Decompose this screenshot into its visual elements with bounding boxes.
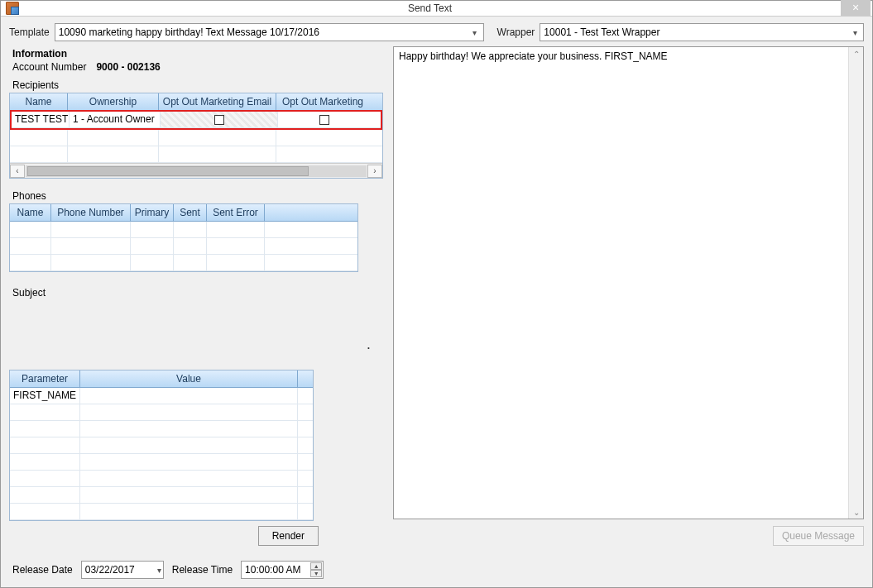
message-textarea[interactable]: Happy birthday! We appreciate your busin… xyxy=(393,46,864,519)
recipients-grid[interactable]: Name Ownership Opt Out Marketing Email O… xyxy=(9,93,383,179)
param-blank xyxy=(298,388,313,404)
param-value[interactable] xyxy=(80,388,298,404)
message-scrollbar[interactable]: ⌃ ⌄ xyxy=(848,47,863,519)
recipients-col-name[interactable]: Name xyxy=(10,93,68,110)
chevron-down-icon: ▾ xyxy=(157,566,161,575)
scroll-left-icon[interactable]: ‹ xyxy=(10,165,25,178)
param-name: FIRST_NAME xyxy=(10,388,80,404)
subject-area xyxy=(9,300,383,340)
window-title: Send Text xyxy=(19,2,841,14)
table-row xyxy=(10,421,313,437)
spin-up-icon[interactable]: ▲ xyxy=(310,562,322,570)
scroll-right-icon[interactable]: › xyxy=(367,165,382,178)
table-row xyxy=(10,437,313,454)
right-pane: Happy birthday! We appreciate your busin… xyxy=(393,46,864,546)
release-time-input[interactable]: 10:00:00 AM ▲ ▼ xyxy=(241,561,324,579)
recipients-highlight: TEST TEST 1 - Account Owner xyxy=(10,110,382,130)
phones-col-senterror[interactable]: Sent Error xyxy=(207,204,265,221)
phones-col-primary[interactable]: Primary xyxy=(131,204,174,221)
table-row xyxy=(10,238,357,255)
information-heading: Information xyxy=(12,48,383,60)
params-col-value[interactable]: Value xyxy=(80,370,298,387)
recipients-col-optemail[interactable]: Opt Out Marketing Email xyxy=(159,93,276,110)
recipients-col-optmkt[interactable]: Opt Out Marketing xyxy=(276,93,369,110)
recipient-optemail-cell[interactable] xyxy=(161,112,278,127)
table-row xyxy=(10,222,357,238)
app-icon xyxy=(6,2,19,15)
params-grid[interactable]: Parameter Value FIRST_NAME xyxy=(9,370,314,521)
wrapper-value: 10001 - Test Text Wrapper xyxy=(544,26,660,38)
scroll-down-icon[interactable]: ⌄ xyxy=(849,505,863,519)
release-row: Release Date 03/22/2017 ▾ Release Time 1… xyxy=(1,552,872,587)
subject-label: Subject xyxy=(12,287,383,299)
template-select[interactable]: 10090 marketing happy birthday! Text Mes… xyxy=(55,23,484,41)
phones-grid[interactable]: Name Phone Number Primary Sent Sent Erro… xyxy=(9,203,358,272)
queue-message-button[interactable]: Queue Message xyxy=(773,526,864,546)
send-text-window: Send Text × Template 10090 marketing hap… xyxy=(0,0,873,588)
phones-label: Phones xyxy=(12,190,383,202)
close-button[interactable]: × xyxy=(841,0,871,16)
phones-col-sent[interactable]: Sent xyxy=(174,204,207,221)
recipients-header: Name Ownership Opt Out Marketing Email O… xyxy=(10,93,382,111)
table-row xyxy=(10,130,382,146)
release-date-input[interactable]: 03/22/2017 ▾ xyxy=(81,561,164,579)
params-col-parameter[interactable]: Parameter xyxy=(10,370,80,387)
account-number-value: 9000 - 002136 xyxy=(96,61,160,73)
params-col-blank xyxy=(298,370,313,387)
checkbox-icon xyxy=(214,115,224,125)
scroll-thumb[interactable] xyxy=(27,166,309,176)
chevron-down-icon: ▾ xyxy=(848,26,861,39)
content-area: Information Account Number 9000 - 002136… xyxy=(1,46,872,552)
recipients-label: Recipients xyxy=(12,79,383,91)
time-spinner[interactable]: ▲ ▼ xyxy=(310,562,322,577)
params-header: Parameter Value xyxy=(10,370,313,388)
render-button[interactable]: Render xyxy=(258,526,319,546)
table-row xyxy=(10,146,382,163)
table-row xyxy=(10,471,313,487)
chevron-down-icon: ▾ xyxy=(468,26,482,39)
account-number-label: Account Number xyxy=(12,61,86,73)
table-row xyxy=(10,504,313,520)
phones-col-name[interactable]: Name xyxy=(10,204,51,221)
wrapper-label: Wrapper xyxy=(497,26,535,38)
message-text: Happy birthday! We appreciate your busin… xyxy=(399,50,668,62)
table-row xyxy=(10,255,357,271)
recipient-optmkt-cell[interactable] xyxy=(278,112,371,127)
scroll-track[interactable] xyxy=(26,165,367,177)
recipients-scrollbar[interactable]: ‹ › xyxy=(10,163,382,178)
release-date-value: 03/22/2017 xyxy=(85,564,135,576)
release-time-value: 10:00:00 AM xyxy=(245,564,300,576)
scroll-up-icon[interactable]: ⌃ xyxy=(849,47,863,60)
table-row xyxy=(10,454,313,471)
phones-header: Name Phone Number Primary Sent Sent Erro… xyxy=(10,204,357,222)
render-row: Render xyxy=(9,526,319,546)
phones-body xyxy=(10,222,357,271)
template-wrapper-row: Template 10090 marketing happy birthday!… xyxy=(1,17,872,46)
template-value: 10090 marketing happy birthday! Text Mes… xyxy=(59,26,319,38)
recipients-col-ownership[interactable]: Ownership xyxy=(68,93,159,110)
spin-down-icon[interactable]: ▼ xyxy=(310,570,322,577)
recipient-ownership: 1 - Account Owner xyxy=(70,112,161,127)
table-row[interactable]: FIRST_NAME xyxy=(10,388,313,404)
recipient-name: TEST TEST xyxy=(12,112,70,127)
params-body: FIRST_NAME xyxy=(10,388,313,520)
phones-col-blank xyxy=(265,204,357,221)
checkbox-icon xyxy=(319,115,329,125)
table-row xyxy=(10,487,313,504)
release-time-label: Release Time xyxy=(172,564,233,576)
wrapper-select[interactable]: 10001 - Test Text Wrapper ▾ xyxy=(540,23,864,41)
titlebar: Send Text × xyxy=(1,1,872,17)
phones-col-number[interactable]: Phone Number xyxy=(51,204,131,221)
table-row[interactable]: TEST TEST 1 - Account Owner xyxy=(12,112,381,128)
left-pane: Information Account Number 9000 - 002136… xyxy=(9,46,383,546)
account-row: Account Number 9000 - 002136 xyxy=(12,61,383,73)
queue-row: Queue Message xyxy=(393,526,864,546)
table-row xyxy=(10,404,313,421)
subject-caret: . xyxy=(9,340,383,351)
release-date-label: Release Date xyxy=(12,564,73,576)
template-label: Template xyxy=(9,26,50,38)
recipients-body: TEST TEST 1 - Account Owner xyxy=(10,110,382,163)
